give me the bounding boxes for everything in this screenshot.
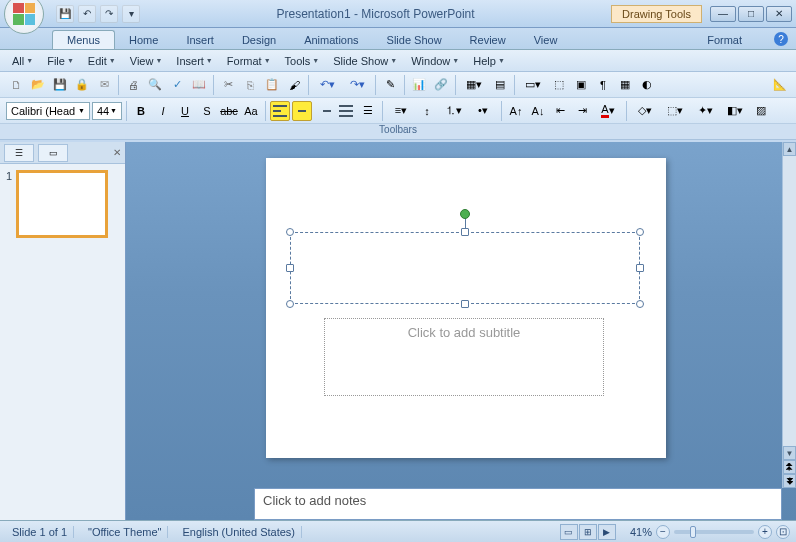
resize-handle-tr[interactable] — [636, 228, 644, 236]
menu-all[interactable]: All▼ — [6, 53, 39, 69]
new-slide-icon[interactable]: ▭▾ — [519, 75, 547, 95]
save-icon[interactable]: 💾 — [50, 75, 70, 95]
maximize-button[interactable]: □ — [738, 6, 764, 22]
ribbon-tab-home[interactable]: Home — [115, 31, 172, 49]
decrease-font-icon[interactable]: A↓ — [528, 101, 548, 121]
ribbon-tab-menus[interactable]: Menus — [52, 30, 115, 49]
paste-icon[interactable]: 📋 — [262, 75, 282, 95]
close-button[interactable]: ✕ — [766, 6, 792, 22]
shadow-icon[interactable]: S — [197, 101, 217, 121]
line-spacing-icon[interactable]: ≡▾ — [387, 101, 415, 121]
menu-file[interactable]: File▼ — [41, 53, 80, 69]
notes-pane[interactable]: Click to add notes — [254, 488, 782, 520]
zoom-slider[interactable] — [674, 530, 754, 534]
numbering-icon[interactable]: ⒈▾ — [439, 101, 467, 121]
ribbon-tab-review[interactable]: Review — [456, 31, 520, 49]
slide-editor[interactable]: Click to add subtitle ▲ ▼ ⯭ ⯯ Click to a… — [126, 142, 796, 520]
zoom-out-icon[interactable]: − — [656, 525, 670, 539]
zoom-in-icon[interactable]: + — [758, 525, 772, 539]
sorter-view-icon[interactable]: ⊞ — [579, 524, 597, 540]
menu-insert[interactable]: Insert▼ — [170, 53, 218, 69]
align-right-icon[interactable] — [314, 101, 334, 121]
prev-slide-icon[interactable]: ⯭ — [783, 460, 796, 474]
resize-handle-tl[interactable] — [286, 228, 294, 236]
zoom-level[interactable]: 41% — [630, 526, 652, 538]
menu-slideshow[interactable]: Slide Show▼ — [327, 53, 403, 69]
font-name-combo[interactable]: Calibri (Head▼ — [6, 102, 90, 120]
tables-borders-icon[interactable]: ▤ — [490, 75, 510, 95]
quick-styles-icon[interactable]: ✦▾ — [691, 101, 719, 121]
chart-icon[interactable]: 📊 — [409, 75, 429, 95]
spellcheck-icon[interactable]: ✓ — [167, 75, 187, 95]
shapes-icon[interactable]: ◇▾ — [631, 101, 659, 121]
ribbon-tab-design[interactable]: Design — [228, 31, 290, 49]
font-size-combo[interactable]: 44▼ — [92, 102, 122, 120]
increase-font-icon[interactable]: A↑ — [506, 101, 526, 121]
bullets-icon[interactable]: •▾ — [469, 101, 497, 121]
menu-tools[interactable]: Tools▼ — [279, 53, 326, 69]
justify-icon[interactable] — [336, 101, 356, 121]
resize-handle-mr[interactable] — [636, 264, 644, 272]
slide-canvas[interactable]: Click to add subtitle — [266, 158, 666, 458]
expand-icon[interactable]: ⬚ — [549, 75, 569, 95]
fit-window-icon[interactable]: ⊡ — [776, 525, 790, 539]
resize-handle-bc[interactable] — [461, 300, 469, 308]
increase-indent-icon[interactable]: ⇥ — [572, 101, 592, 121]
slideshow-view-icon[interactable]: ▶ — [598, 524, 616, 540]
pane-close-icon[interactable]: ✕ — [113, 147, 121, 158]
scroll-up-icon[interactable]: ▲ — [783, 142, 796, 156]
qat-redo-icon[interactable]: ↷ — [100, 5, 118, 23]
align-left-icon[interactable] — [270, 101, 290, 121]
menu-edit[interactable]: Edit▼ — [82, 53, 122, 69]
menu-format[interactable]: Format▼ — [221, 53, 277, 69]
ribbon-tab-animations[interactable]: Animations — [290, 31, 372, 49]
decrease-indent-icon[interactable]: ⇤ — [550, 101, 570, 121]
copy-icon[interactable]: ⎘ — [240, 75, 260, 95]
ribbon-tab-insert[interactable]: Insert — [172, 31, 228, 49]
text-direction-icon[interactable]: ↕ — [417, 101, 437, 121]
vertical-scrollbar[interactable]: ▲ ▼ ⯭ ⯯ — [782, 142, 796, 488]
print-icon[interactable]: 🖨 — [123, 75, 143, 95]
print-preview-icon[interactable]: 🔍 — [145, 75, 165, 95]
distributed-icon[interactable]: ☰ — [358, 101, 378, 121]
normal-view-icon[interactable]: ▭ — [560, 524, 578, 540]
zoom-icon[interactable]: 📐 — [770, 75, 790, 95]
scroll-down-icon[interactable]: ▼ — [783, 446, 796, 460]
resize-handle-tc[interactable] — [461, 228, 469, 236]
minimize-button[interactable]: — — [710, 6, 736, 22]
redo-icon[interactable]: ↷▾ — [343, 75, 371, 95]
table-icon[interactable]: ▦▾ — [460, 75, 488, 95]
resize-handle-ml[interactable] — [286, 264, 294, 272]
change-case-icon[interactable]: Aa — [241, 101, 261, 121]
ribbon-tab-slideshow[interactable]: Slide Show — [373, 31, 456, 49]
italic-icon[interactable]: I — [153, 101, 173, 121]
menu-help[interactable]: Help▼ — [467, 53, 511, 69]
format-painter-icon[interactable]: 🖌 — [284, 75, 304, 95]
open-icon[interactable]: 📂 — [28, 75, 48, 95]
menu-window[interactable]: Window▼ — [405, 53, 465, 69]
help-icon[interactable]: ? — [774, 32, 788, 46]
show-formatting-icon[interactable]: ¶ — [593, 75, 613, 95]
ink-icon[interactable]: ✎ — [380, 75, 400, 95]
slide-thumbnail[interactable]: 1 — [6, 170, 119, 238]
resize-handle-bl[interactable] — [286, 300, 294, 308]
new-icon[interactable]: 🗋 — [6, 75, 26, 95]
collapse-icon[interactable]: ▣ — [571, 75, 591, 95]
font-color-icon[interactable]: A▾ — [594, 101, 622, 121]
design-icon[interactable]: ◧▾ — [721, 101, 749, 121]
next-slide-icon[interactable]: ⯯ — [783, 474, 796, 488]
outline-tab-slides[interactable]: ▭ — [38, 144, 68, 162]
color-grayscale-icon[interactable]: ◐ — [637, 75, 657, 95]
arrange-icon[interactable]: ⬚▾ — [661, 101, 689, 121]
ribbon-tab-view[interactable]: View — [520, 31, 572, 49]
email-icon[interactable]: ✉ — [94, 75, 114, 95]
outline-tab-outline[interactable]: ☰ — [4, 144, 34, 162]
strikethrough-icon[interactable]: abc — [219, 101, 239, 121]
menu-view[interactable]: View▼ — [124, 53, 169, 69]
hyperlink-icon[interactable]: 🔗 — [431, 75, 451, 95]
title-placeholder[interactable] — [290, 232, 640, 304]
qat-customize-icon[interactable]: ▾ — [122, 5, 140, 23]
qat-save-icon[interactable]: 💾 — [56, 5, 74, 23]
undo-icon[interactable]: ↶▾ — [313, 75, 341, 95]
subtitle-placeholder[interactable]: Click to add subtitle — [324, 318, 604, 396]
